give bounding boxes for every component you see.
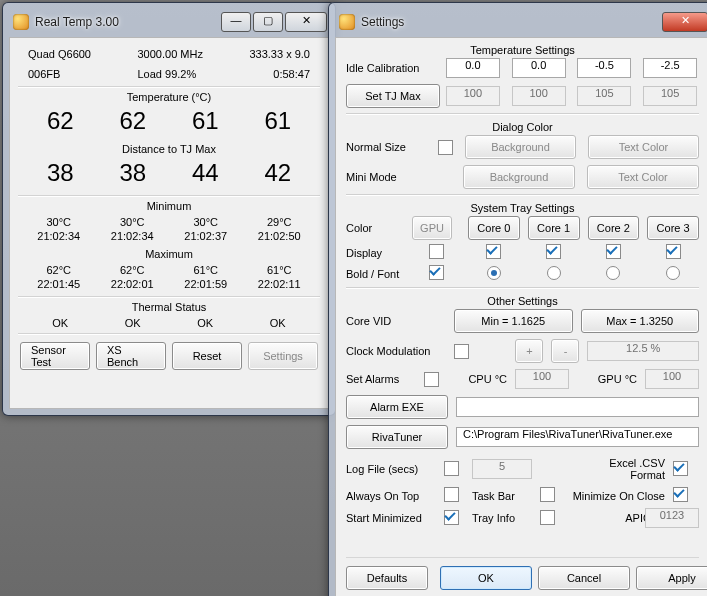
mini-bg-button[interactable]: Background [463,165,575,189]
idle-cal-2[interactable]: -0.5 [577,58,631,78]
cancel-button[interactable]: Cancel [538,566,630,590]
tjmax-1: 100 [512,86,566,106]
color-gpu-button[interactable]: GPU [412,216,452,240]
dist-core3: 42 [242,159,315,187]
display-core2-check[interactable] [606,244,621,259]
display-label: Display [346,247,404,259]
bold-radio-2[interactable] [606,266,620,280]
bold-radio-0[interactable] [487,266,501,280]
bold-radio-3[interactable] [666,266,680,280]
settings-window: Settings ✕ Temperature Settings Idle Cal… [328,2,707,596]
main-titlebar[interactable]: Real Temp 3.00 — ▢ ✕ [9,9,329,37]
temp-core0: 62 [24,107,97,135]
mini-mode-label: Mini Mode [346,171,426,183]
clock-minus-button[interactable]: - [551,339,579,363]
cpu-freq: 3000.00 MHz [138,48,203,60]
alarm-gpu-val[interactable]: 100 [645,369,699,389]
display-core1-check[interactable] [546,244,561,259]
tray-info-label: Tray Info [472,512,532,524]
defaults-button[interactable]: Defaults [346,566,428,590]
temp-row: 62 62 61 61 [18,105,320,141]
settings-close-button[interactable]: ✕ [662,12,707,32]
display-gpu-check[interactable] [429,244,444,259]
taskbar-check[interactable] [540,487,555,502]
alarm-cpu-val[interactable]: 100 [515,369,569,389]
tjmax-3: 105 [643,86,697,106]
min-tm0: 21:02:34 [22,230,96,242]
idle-cal-1[interactable]: 0.0 [512,58,566,78]
alarm-exe-button[interactable]: Alarm EXE [346,395,448,419]
dialog-color-label: Dialog Color [346,119,699,133]
settings-titlebar[interactable]: Settings ✕ [335,9,707,37]
settings-buttons: Defaults OK Cancel Apply [346,557,699,590]
core-vid-min[interactable]: Min = 1.1625 [454,309,573,333]
close-button[interactable]: ✕ [285,12,327,32]
minimize-button[interactable]: — [221,12,251,32]
therm-heading: Thermal Status [18,299,320,315]
set-alarms-check[interactable] [424,372,439,387]
maximize-button[interactable]: ▢ [253,12,283,32]
always-top-check[interactable] [444,487,459,502]
idle-cal-0[interactable]: 0.0 [446,58,500,78]
therm-1: OK [97,317,170,329]
core-vid-max[interactable]: Max = 1.3250 [581,309,700,333]
normal-size-check[interactable] [438,140,453,155]
start-min-check[interactable] [444,510,459,525]
tjmax-2: 105 [577,86,631,106]
rivatuner-path[interactable]: C:\Program Files\RivaTuner\RivaTuner.exe [456,427,699,447]
normal-text-button[interactable]: Text Color [588,135,699,159]
idle-cal-row: Idle Calibration 0.0 0.0 -0.5 -2.5 [346,58,699,78]
clock-mod-check[interactable] [454,344,469,359]
set-tjmax-button[interactable]: Set TJ Max [346,84,440,108]
rivatuner-button[interactable]: RivaTuner [346,425,448,449]
color-core2-button[interactable]: Core 2 [588,216,640,240]
dist-core2: 44 [169,159,242,187]
idle-cal-3[interactable]: -2.5 [643,58,697,78]
temp-core1: 62 [97,107,170,135]
temp-core2: 61 [169,107,242,135]
xs-bench-button[interactable]: XS Bench [96,342,166,370]
color-core3-button[interactable]: Core 3 [647,216,699,240]
normal-size-label: Normal Size [346,141,426,153]
ok-button[interactable]: OK [440,566,532,590]
tjmax-0: 100 [446,86,500,106]
bold-radio-1[interactable] [547,266,561,280]
cpu-id: 006FB [28,68,60,80]
reset-button[interactable]: Reset [172,342,242,370]
excel-csv-check[interactable] [673,461,688,476]
color-core0-button[interactable]: Core 0 [468,216,520,240]
logfile-val[interactable]: 5 [472,459,532,479]
settings-button[interactable]: Settings [248,342,318,370]
minclose-check[interactable] [673,487,688,502]
display-core3-check[interactable] [666,244,681,259]
temp-heading: Temperature (°C) [18,89,320,105]
min-heading: Minimum [18,198,320,214]
max-t3: 61°C [243,264,317,276]
button-bar: Sensor Test XS Bench Reset Settings [18,336,320,372]
logfile-check[interactable] [444,461,459,476]
app-icon [339,14,355,30]
temp-settings-label: Temperature Settings [346,42,699,56]
display-core0-check[interactable] [486,244,501,259]
max-heading: Maximum [18,246,320,262]
clock-plus-button[interactable]: + [515,339,543,363]
normal-bg-button[interactable]: Background [465,135,576,159]
uptime: 0:58:47 [273,68,310,80]
apply-button[interactable]: Apply [636,566,707,590]
other-settings-label: Other Settings [346,293,699,307]
color-core1-button[interactable]: Core 1 [528,216,580,240]
alarm-exe-path[interactable] [456,397,699,417]
load-text: Load 99.2% [138,68,197,80]
min-tm3: 21:02:50 [243,230,317,242]
min-t0: 30°C [22,216,96,228]
tray-info-check[interactable] [540,510,555,525]
clock-mod-label: Clock Modulation [346,345,446,357]
mini-text-button[interactable]: Text Color [587,165,699,189]
dist-core1: 38 [97,159,170,187]
sensor-test-button[interactable]: Sensor Test [20,342,90,370]
max-t1: 62°C [96,264,170,276]
excel-csv-label: Excel .CSV Format [587,457,666,481]
min-t1: 30°C [96,216,170,228]
clock-pct: 12.5 % [587,341,699,361]
bold-check[interactable] [429,265,444,280]
